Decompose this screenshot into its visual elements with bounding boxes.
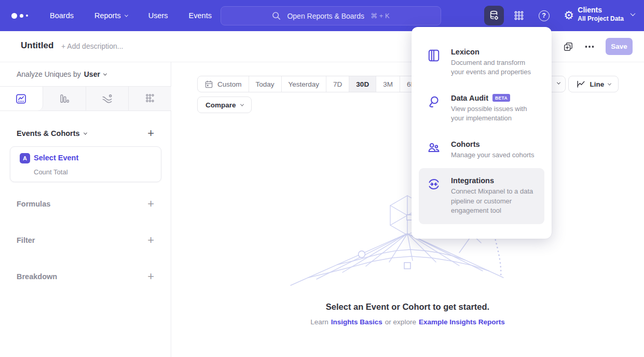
data-management-button[interactable] [484, 6, 504, 25]
beta-badge: BETA [492, 94, 510, 102]
nav-label: Events [189, 11, 212, 20]
search-icon [272, 11, 281, 20]
filter-section: Filter + [17, 235, 154, 246]
add-description-field[interactable]: + Add description... [61, 42, 123, 50]
date-range-label: Yesterday [289, 80, 320, 88]
flow-sankey-icon [101, 93, 113, 105]
formulas-section: Formulas + [17, 198, 154, 210]
mixpanel-logo[interactable] [11, 13, 28, 19]
data-audit-magnifier-icon [427, 94, 441, 123]
duplicate-button[interactable] [563, 42, 573, 52]
project-switcher[interactable]: Clients All Project Data [578, 6, 635, 23]
lexicon-book-icon [427, 48, 441, 77]
chart-area: Custom Today Yesterday 7D 30D 3M 6M Comp… [171, 62, 644, 357]
line-chart-icon [15, 93, 27, 105]
menu-item-title: Cohorts [451, 140, 480, 148]
filter-label: Filter [17, 236, 35, 244]
date-range-control: Custom Today Yesterday 7D 30D 3M 6M [197, 76, 424, 92]
date-range-3m[interactable]: 3M [376, 76, 400, 92]
report-actions: Save [563, 38, 633, 55]
compare-dropdown[interactable]: Compare [197, 97, 252, 113]
gear-icon: ⚙ [564, 10, 574, 21]
event-letter-badge: A [20, 153, 30, 163]
more-options-button[interactable] [585, 45, 594, 48]
chart-type-tabs [0, 86, 171, 111]
date-range-custom[interactable]: Custom [198, 76, 249, 92]
date-range-30d[interactable]: 30D [349, 76, 376, 92]
add-formula-button[interactable]: + [147, 198, 154, 210]
chart-style-label: Line [590, 80, 605, 88]
global-search-input[interactable]: Open Reports & Boards ⌘ + K [221, 6, 441, 25]
primary-nav: Boards Reports Users Events [50, 11, 212, 20]
date-range-7d[interactable]: 7D [326, 76, 349, 92]
menu-item-data-audit[interactable]: Data Audit BETA View possible issues wit… [419, 86, 544, 132]
analyze-label: Analyze Uniques by [17, 70, 81, 78]
menu-item-lexicon[interactable]: Lexicon Document and transform your even… [419, 39, 544, 86]
cohorts-people-icon [427, 140, 441, 160]
save-button[interactable]: Save [606, 38, 633, 55]
chart-style-dropdown[interactable]: Line [568, 76, 619, 92]
menu-item-title: Integrations [451, 176, 494, 185]
date-range-label: Custom [217, 80, 242, 88]
duplicate-icon [563, 42, 573, 52]
calendar-icon [204, 80, 213, 89]
events-cohorts-header: Events & Cohorts + [17, 128, 154, 139]
chevron-down-icon [608, 81, 611, 85]
date-range-yesterday[interactable]: Yesterday [282, 76, 327, 92]
event-aggregation-label[interactable]: Count Total [34, 168, 68, 176]
empty-middle-text: or explore [385, 318, 416, 326]
report-title[interactable]: Untitled [21, 40, 53, 51]
add-event-button[interactable]: + [147, 128, 154, 139]
metrics-dots-icon [144, 93, 156, 104]
nav-item-users[interactable]: Users [148, 11, 168, 20]
help-button[interactable]: ? [534, 6, 554, 25]
top-navigation-bar: Boards Reports Users Events Open Reports… [0, 0, 644, 31]
bar-chart-icon [59, 93, 70, 104]
select-event-label[interactable]: Select Event [34, 154, 78, 162]
events-cohorts-dropdown[interactable]: Events & Cohorts [17, 129, 87, 138]
chevron-down-icon [240, 102, 243, 106]
tab-metrics-grid[interactable] [129, 87, 171, 111]
menu-item-integrations[interactable]: Integrations Connect Mixpanel to a data … [419, 168, 544, 224]
search-placeholder: Open Reports & Boards [287, 12, 364, 20]
data-management-menu: Lexicon Document and transform your even… [412, 27, 552, 239]
apps-grid-button[interactable] [509, 6, 529, 25]
date-range-label: 7D [333, 80, 342, 88]
nav-item-events[interactable]: Events [189, 11, 212, 20]
nav-label: Reports [94, 11, 121, 20]
tab-flow-chart[interactable] [86, 87, 129, 111]
tab-insights-line[interactable] [0, 87, 43, 111]
nav-item-boards[interactable]: Boards [50, 11, 74, 20]
empty-state-subtitle: Learn Insights Basics or explore Example… [171, 318, 644, 326]
formulas-label: Formulas [17, 200, 50, 208]
query-builder-sidebar: Analyze Uniques by User [0, 62, 171, 357]
analyze-by-dropdown[interactable]: User [84, 70, 106, 78]
nav-item-reports[interactable]: Reports [94, 11, 128, 20]
date-range-label: Today [256, 80, 275, 88]
chevron-down-icon [84, 131, 87, 134]
analyze-row: Analyze Uniques by User [17, 70, 106, 78]
help-icon: ? [539, 10, 550, 21]
settings-button[interactable]: ⚙ [559, 6, 579, 25]
date-range-today[interactable]: Today [249, 76, 282, 92]
tab-bar-chart[interactable] [43, 87, 86, 111]
empty-state-title: Select an Event or Cohort to get started… [171, 302, 644, 312]
chevron-down-icon [557, 81, 560, 85]
event-card[interactable]: A Select Event Count Total [10, 146, 161, 182]
date-range-label: 3M [383, 80, 393, 88]
breakdown-label: Breakdown [17, 272, 57, 281]
nav-label: Boards [50, 11, 74, 20]
line-chart-icon [576, 79, 586, 89]
events-cohorts-label: Events & Cohorts [17, 129, 80, 138]
example-reports-link[interactable]: Example Insights Reports [419, 318, 505, 326]
database-gear-icon [488, 10, 500, 21]
nav-label: Users [148, 11, 168, 20]
menu-item-description: Connect Mixpanel to a data pipeline or c… [451, 187, 536, 215]
analyze-value: User [84, 70, 100, 78]
menu-item-cohorts[interactable]: Cohorts Manage your saved cohorts [419, 132, 544, 168]
add-breakdown-button[interactable]: + [147, 271, 154, 282]
insights-basics-link[interactable]: Insights Basics [331, 318, 382, 326]
add-filter-button[interactable]: + [147, 235, 154, 246]
org-name: Clients [578, 6, 624, 15]
mixpanel-insights-page: Boards Reports Users Events Open Reports… [0, 0, 644, 357]
